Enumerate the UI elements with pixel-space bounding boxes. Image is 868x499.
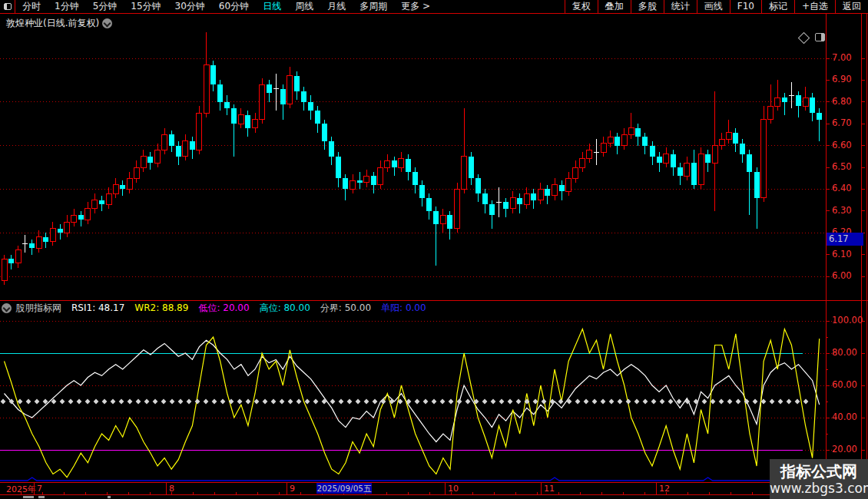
toolbar-button[interactable]: 叠加 (598, 0, 631, 13)
price-axis-label: 6.70 (832, 117, 864, 128)
watermark-site-name: 指标公式网 (770, 462, 868, 481)
watermark: 指标公式网 www.zbgs3.com (770, 459, 868, 499)
price-axis-label: 6.40 (832, 183, 864, 193)
timeframe-tab[interactable]: 15分钟 (124, 0, 167, 13)
clipped-text-mark (23, 496, 34, 498)
toolbar-right-buttons: 复权叠加多股统计画线F10标记+自选返回 (565, 0, 868, 13)
clipped-text-mark (38, 496, 45, 498)
price-axis-label: 6.60 (832, 140, 864, 150)
timeframe-tab[interactable]: 日线 (256, 0, 288, 13)
top-toolbar: 分时1分钟5分钟15分钟30分钟60分钟日线周线月线多周期更多 > 复权叠加多股… (0, 0, 868, 14)
timeframe-tab[interactable]: 周线 (288, 0, 320, 13)
toolbar-button[interactable]: 复权 (565, 0, 598, 13)
cursor-date-box: 2025/09/05五 (316, 483, 372, 494)
indicator-axis-label: 80.00 (832, 347, 864, 358)
toolbar-button[interactable]: 标记 (761, 0, 794, 13)
indicator-field-label: RSI1: 48.17 (71, 302, 124, 313)
indicator-field-label: WR2: 88.89 (134, 302, 188, 313)
title-dropdown-icon[interactable] (102, 18, 112, 28)
layout-toggle-button[interactable] (0, 0, 15, 13)
date-axis-ticks (0, 492, 826, 494)
indicator-axis-label: 100.00 (832, 315, 864, 326)
timeframe-tab[interactable]: 更多 > (394, 0, 437, 13)
toolbar-button[interactable]: 返回 (835, 0, 868, 13)
toolbar-button[interactable]: 统计 (664, 0, 697, 13)
indicator-field-label: 高位: 80.00 (260, 302, 310, 313)
timeframe-tabs: 分时1分钟5分钟15分钟30分钟60分钟日线周线月线多周期更多 > (15, 0, 437, 13)
clipped-text-mark (108, 496, 111, 498)
indicator-header: 股朋指标网 RSI1: 48.17WR2: 88.89低位: 20.00高位: … (2, 302, 436, 315)
indicator-axis-label: 20.00 (832, 444, 864, 454)
indicator-axis-label: 40.00 (832, 411, 864, 422)
cursor-price-box: 6.17 (827, 233, 863, 246)
price-axis-label: 6.30 (832, 205, 864, 216)
indicator-chart[interactable] (0, 316, 827, 482)
split-panel-icon (4, 3, 12, 10)
watermark-url: www.zbgs3.com (770, 481, 868, 496)
main-candlestick-chart[interactable] (0, 31, 827, 300)
indicator-source-label: 股朋指标网 (15, 302, 61, 315)
timeframe-tab[interactable]: 60分钟 (212, 0, 256, 13)
indicator-values: RSI1: 48.17WR2: 88.89低位: 20.00高位: 80.00分… (71, 302, 436, 315)
timeframe-tab[interactable]: 5分钟 (86, 0, 124, 13)
price-axis-label: 6.10 (832, 249, 864, 259)
price-axis-label: 6.80 (832, 96, 864, 107)
toolbar-button[interactable]: F10 (730, 0, 761, 13)
timeframe-tab[interactable]: 1分钟 (48, 0, 86, 13)
indicator-axis-label: 60.00 (832, 379, 864, 390)
app-window: 分时1分钟5分钟15分钟30分钟60分钟日线周线月线多周期更多 > 复权叠加多股… (0, 0, 868, 499)
title-bar: 敦煌种业(日线.前复权) (0, 14, 868, 31)
page-title: 敦煌种业(日线.前复权) (6, 17, 99, 30)
indicator-field-label: 单阳: 0.00 (381, 302, 426, 313)
indicator-field-label: 分界: 50.00 (320, 302, 371, 313)
date-axis: 2025年 789101112 (0, 482, 868, 495)
timeframe-tab[interactable]: 月线 (320, 0, 353, 13)
indicator-field-label: 低位: 20.00 (198, 302, 249, 313)
price-axis-label: 6.90 (832, 74, 864, 84)
panel-separator (0, 300, 868, 301)
price-axis-label: 7.00 (832, 52, 864, 63)
toolbar-button[interactable]: +自选 (794, 0, 835, 13)
price-axis-label: 6.50 (832, 161, 864, 172)
price-axis-label: 6.00 (832, 270, 864, 281)
toolbar-button[interactable]: 画线 (697, 0, 730, 13)
bottom-clipped-row (0, 495, 868, 499)
indicator-dropdown-icon[interactable] (2, 303, 12, 313)
timeframe-tab[interactable]: 多周期 (353, 0, 394, 13)
timeframe-tab[interactable]: 分时 (15, 0, 48, 13)
timeframe-tab[interactable]: 30分钟 (168, 0, 212, 13)
toolbar-button[interactable]: 多股 (631, 0, 664, 13)
